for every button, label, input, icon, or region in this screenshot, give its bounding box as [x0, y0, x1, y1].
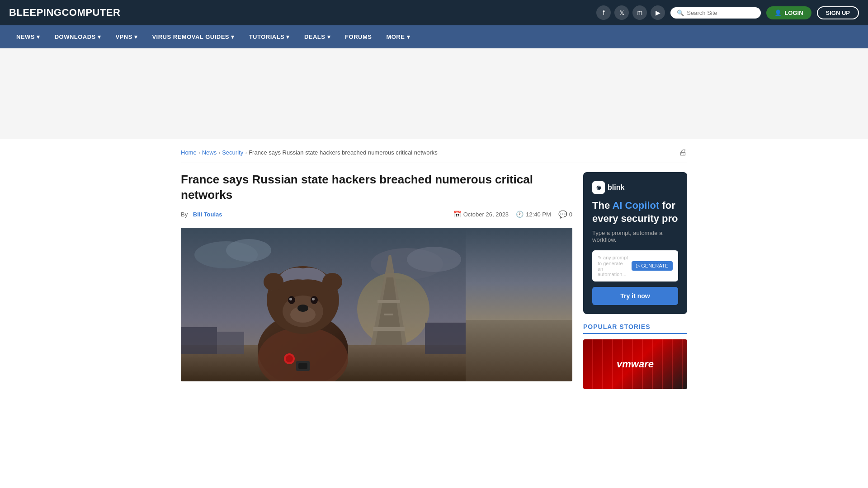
- logo-plain: BLEEPING: [9, 7, 61, 18]
- ad-input-area: ✎ any prompt to generate an automation..…: [592, 250, 678, 282]
- breadcrumb-home[interactable]: Home: [181, 149, 197, 156]
- svg-point-3: [226, 239, 271, 262]
- calendar-icon: 📅: [453, 211, 461, 218]
- blink-logo: ◉ blink: [592, 181, 678, 194]
- nav-item-more[interactable]: MORE ▾: [379, 25, 417, 48]
- site-header: BLEEPINGCOMPUTER f 𝕏 m ▶ 🔍 👤 LOGIN SIGN …: [0, 0, 868, 25]
- article-sidebar: ◉ blink The AI Copilot for every securit…: [583, 172, 687, 389]
- breadcrumb-left: Home › News › Security › France says Rus…: [181, 149, 438, 156]
- main-content: Home › News › Security › France says Rus…: [172, 139, 696, 398]
- nav-label-forums: FORUMS: [345, 33, 372, 40]
- ad-subtext: Type a prompt, automate a workflow.: [592, 230, 678, 243]
- svg-rect-10: [377, 300, 400, 303]
- search-bar: 🔍: [670, 7, 761, 19]
- author-prefix: By: [181, 211, 188, 218]
- svg-rect-12: [181, 327, 217, 354]
- breadcrumb-sep-1: ›: [198, 150, 200, 156]
- ad-headline-plain: The: [592, 200, 612, 211]
- mastodon-icon[interactable]: m: [632, 5, 647, 20]
- facebook-icon[interactable]: f: [596, 5, 611, 20]
- svg-rect-14: [425, 323, 466, 354]
- nav-item-tutorials[interactable]: TUTORIALS ▾: [242, 25, 297, 48]
- header-right: f 𝕏 m ▶ 🔍 👤 LOGIN SIGN UP: [596, 5, 859, 20]
- comment-count[interactable]: 💬 0: [558, 210, 572, 219]
- svg-rect-30: [298, 363, 307, 369]
- article-meta: By Bill Toulas 📅 October 26, 2023 🕐 12:4…: [181, 210, 572, 219]
- breadcrumb-security[interactable]: Security: [222, 149, 243, 156]
- site-logo[interactable]: BLEEPINGCOMPUTER: [9, 7, 120, 19]
- svg-point-18: [264, 273, 283, 291]
- ad-headline: The AI Copilot for every security pro: [592, 199, 678, 225]
- twitter-icon[interactable]: 𝕏: [614, 5, 629, 20]
- article-title: France says Russian state hackers breach…: [181, 172, 572, 203]
- date-meta: 📅 October 26, 2023: [453, 211, 509, 218]
- ad-generate-button[interactable]: ▷ GENERATE: [632, 261, 673, 271]
- comment-number: 0: [569, 211, 572, 218]
- breadcrumb-news[interactable]: News: [202, 149, 217, 156]
- svg-point-25: [289, 298, 292, 300]
- article-image: [181, 228, 572, 381]
- search-input[interactable]: [687, 9, 755, 16]
- article-illustration: [181, 228, 572, 381]
- nav-item-virus-removal[interactable]: VIRUS REMOVAL GUIDES ▾: [145, 25, 241, 48]
- search-icon: 🔍: [677, 9, 684, 16]
- login-button[interactable]: 👤 LOGIN: [766, 6, 811, 19]
- article-time: 12:40 PM: [526, 211, 551, 218]
- nav-item-forums[interactable]: FORUMS: [338, 25, 379, 48]
- nav-label-more: MORE ▾: [386, 33, 410, 40]
- svg-rect-13: [217, 332, 244, 354]
- social-icons-group: f 𝕏 m ▶: [596, 5, 665, 20]
- ad-banner-top: [0, 48, 868, 139]
- nav-label-downloads: DOWNLOADS ▾: [55, 33, 101, 40]
- popular-story-image-0[interactable]: vmware: [583, 339, 687, 389]
- article-date: October 26, 2023: [463, 211, 509, 218]
- nav-label-tutorials: TUTORIALS ▾: [249, 33, 290, 40]
- blink-icon: ◉: [592, 181, 605, 194]
- ad-headline-highlight: AI Copilot: [612, 200, 659, 211]
- youtube-icon[interactable]: ▶: [651, 5, 665, 20]
- popular-stories-title: POPULAR STORIES: [583, 323, 687, 334]
- sidebar-ad-blink: ◉ blink The AI Copilot for every securit…: [583, 172, 687, 314]
- svg-point-26: [312, 298, 315, 300]
- user-icon: 👤: [774, 9, 782, 16]
- breadcrumb-sep-3: ›: [245, 150, 247, 156]
- signup-button[interactable]: SIGN UP: [817, 6, 859, 19]
- signup-label: SIGN UP: [826, 9, 850, 16]
- article-meta-right: 📅 October 26, 2023 🕐 12:40 PM 💬 0: [453, 210, 572, 219]
- clock-icon: 🕐: [516, 211, 524, 218]
- breadcrumb-sep-2: ›: [218, 150, 220, 156]
- nav-label-news: NEWS ▾: [16, 33, 40, 40]
- article-layout: France says Russian state hackers breach…: [181, 172, 687, 389]
- nav-label-vpns: VPNS ▾: [115, 33, 137, 40]
- nav-label-deals: DEALS ▾: [304, 33, 330, 40]
- article-main: France says Russian state hackers breach…: [181, 172, 572, 389]
- popular-stories: POPULAR STORIES vmware: [583, 323, 687, 389]
- nav-item-downloads[interactable]: DOWNLOADS ▾: [47, 25, 108, 48]
- comment-icon: 💬: [558, 210, 567, 219]
- login-label: LOGIN: [784, 9, 803, 16]
- scene-svg: [181, 228, 466, 381]
- time-meta: 🕐 12:40 PM: [516, 211, 551, 218]
- svg-point-28: [286, 355, 293, 362]
- svg-rect-9: [373, 327, 405, 331]
- ad-input-placeholder: ✎ any prompt to generate an automation..…: [598, 255, 628, 277]
- nav-item-deals[interactable]: DEALS ▾: [297, 25, 338, 48]
- svg-point-22: [297, 305, 308, 312]
- nav-item-vpns[interactable]: VPNS ▾: [108, 25, 145, 48]
- breadcrumb: Home › News › Security › France says Rus…: [181, 148, 687, 163]
- svg-point-5: [407, 247, 461, 272]
- svg-point-19: [322, 273, 342, 291]
- blink-name: blink: [608, 183, 624, 192]
- author-link[interactable]: Bill Toulas: [193, 211, 222, 218]
- ad-try-now-label: Try it now: [620, 292, 650, 300]
- breadcrumb-current: France says Russian state hackers breach…: [249, 149, 438, 156]
- main-navbar: NEWS ▾ DOWNLOADS ▾ VPNS ▾ VIRUS REMOVAL …: [0, 25, 868, 48]
- nav-label-virus: VIRUS REMOVAL GUIDES ▾: [152, 33, 234, 40]
- vmware-logo-text: vmware: [617, 358, 654, 370]
- logo-bold: COMPUTER: [61, 7, 120, 18]
- ad-generate-label: ▷ GENERATE: [636, 263, 668, 269]
- nav-item-news[interactable]: NEWS ▾: [9, 25, 47, 48]
- print-icon[interactable]: 🖨: [679, 148, 687, 157]
- svg-rect-11: [384, 314, 393, 315]
- ad-try-now-button[interactable]: Try it now: [592, 287, 678, 305]
